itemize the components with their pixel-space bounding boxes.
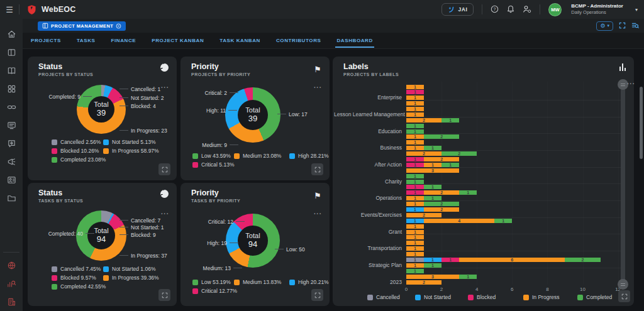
menu-toggle-icon[interactable]: ☰ — [0, 5, 19, 14]
bar-row: 12 — [406, 202, 459, 206]
legend-swatch — [103, 275, 109, 281]
divider — [482, 4, 482, 14]
sidebar-item-links[interactable] — [3, 98, 19, 116]
jai-sparkle-icon — [448, 6, 455, 13]
bar-segment-blocked: 1 — [406, 185, 424, 189]
sidebar-item-library[interactable] — [3, 62, 19, 80]
sidebar-item-contacts[interactable] — [3, 171, 19, 189]
legend-item-not-started[interactable]: Not Started — [415, 294, 451, 300]
legend-item-in-progress[interactable]: In Progress 58.97% — [103, 148, 159, 154]
avatar[interactable]: MW — [548, 3, 562, 16]
legend-item-medium[interactable]: Medium 23.08% — [234, 153, 289, 159]
legend-item-completed[interactable]: Completed 42.55% — [52, 283, 103, 290]
legend-label: Not Started — [424, 294, 451, 300]
sidebar-item-boards[interactable] — [3, 43, 19, 62]
more-options-button[interactable]: ··· — [627, 80, 635, 87]
expand-card-button[interactable] — [158, 289, 170, 301]
legend-label: Not Started 1.06% — [112, 266, 155, 272]
jai-button[interactable]: JAI — [441, 3, 474, 16]
notifications-bell-icon[interactable] — [507, 5, 514, 14]
more-options-button[interactable]: ··· — [161, 210, 169, 217]
pie-chart-icon[interactable] — [160, 63, 169, 72]
expand-card-button[interactable] — [158, 163, 170, 175]
legend-item-cancelled[interactable]: Cancelled 7.45% — [52, 266, 103, 272]
legend-swatch — [234, 280, 240, 285]
sidebar-item-apps[interactable] — [3, 80, 19, 98]
legend-item-critical[interactable]: Critical 12.77% — [192, 288, 234, 294]
sidebar-item-chat[interactable] — [3, 134, 19, 153]
search-list-icon[interactable] — [631, 22, 639, 30]
card-projects-by-labels: LabelsPROJECTS BY LABELS024681012111Ente… — [333, 57, 634, 306]
scroll-handle-bottom[interactable] — [618, 279, 628, 290]
user-block[interactable]: BCMP - Administrator Daily Operations — [571, 3, 623, 15]
legend-item-in-progress[interactable]: In Progress — [523, 294, 559, 300]
chip-close-icon[interactable] — [116, 23, 121, 29]
user-menu-caret-icon[interactable]: ▾ — [635, 7, 638, 13]
callout-leader-line — [83, 96, 92, 97]
legend-item-medium[interactable]: Medium 13.83% — [234, 279, 289, 285]
flag-icon[interactable]: ⚑ — [314, 63, 321, 75]
sidebar-item-display[interactable] — [3, 116, 19, 134]
legend-item-critical[interactable]: Critical 5.13% — [192, 161, 234, 168]
fullscreen-icon[interactable] — [619, 22, 626, 30]
flag-icon[interactable]: ⚑ — [314, 190, 321, 201]
tab-task-kanban[interactable]: TASK KANBAN — [219, 33, 260, 49]
legend-item-cancelled[interactable]: Cancelled — [367, 294, 400, 300]
legend-item-high[interactable]: High 28.21% — [289, 153, 329, 159]
pie-chart-icon[interactable] — [160, 190, 169, 198]
bar-segment-blocked: 1 — [406, 90, 424, 94]
expand-card-button[interactable] — [618, 290, 630, 302]
project-management-chip[interactable]: PROJECT MANAGEMENT — [38, 21, 126, 31]
tab-finance[interactable]: FINANCE — [111, 33, 136, 49]
legend-item-high[interactable]: High 20.21% — [289, 279, 329, 285]
legend-item-blocked[interactable]: Blocked 10.26% — [52, 148, 103, 154]
legend-item-completed[interactable]: Completed 23.08% — [52, 156, 103, 163]
bar-segment-in-progress: 4 — [424, 219, 494, 223]
category-label: Charity — [334, 178, 402, 185]
expand-card-button[interactable] — [311, 289, 323, 301]
sidebar-item-reports[interactable] — [3, 293, 19, 311]
tab-projects[interactable]: PROJECTS — [31, 33, 61, 49]
page-scrollbar-thumb[interactable] — [640, 87, 643, 159]
more-options-button[interactable]: ··· — [314, 210, 322, 217]
legend-item-low[interactable]: Low 53.19% — [192, 279, 234, 285]
more-options-button[interactable]: ··· — [161, 84, 169, 91]
bar-segment-in-progress: 1 — [406, 85, 424, 89]
expand-card-button[interactable] — [311, 163, 323, 175]
sidebar-item-home[interactable] — [3, 25, 19, 43]
legend-swatch — [103, 139, 109, 145]
sidebar-item-analytics[interactable] — [3, 275, 19, 293]
labels-scroll-track[interactable] — [621, 85, 625, 283]
legend-item-completed[interactable]: Completed — [577, 294, 612, 300]
help-icon[interactable]: ? — [491, 5, 499, 14]
slice-callout: Cancelled: 1 — [131, 86, 160, 92]
sidebar-item-announcements[interactable] — [3, 153, 19, 171]
legend-item-not-started[interactable]: Not Started 1.06% — [103, 266, 159, 272]
legend-swatch — [367, 295, 373, 300]
legend-item-not-started[interactable]: Not Started 5.13% — [103, 139, 159, 145]
legend-swatch — [523, 295, 529, 300]
bar-segment-completed: 2 — [565, 258, 600, 262]
bar-row: 1 — [406, 241, 424, 245]
sidebar-item-files[interactable] — [3, 189, 19, 207]
legend-item-cancelled[interactable]: Cancelled 2.56% — [52, 139, 103, 145]
group-separator — [406, 183, 623, 184]
card-projects-by-status: StatusPROJECTS BY STATUS···Total39Cancel… — [28, 57, 177, 180]
tab-project-kanban[interactable]: PROJECT KANBAN — [152, 33, 204, 49]
bar-segment-in-progress: 2 — [406, 118, 441, 123]
legend-item-in-progress[interactable]: In Progress 39.36% — [103, 275, 159, 281]
legend-item-low[interactable]: Low 43.59% — [192, 153, 234, 159]
bar-segment-blocked: 1 — [406, 190, 424, 195]
user-role: Daily Operations — [571, 9, 623, 15]
tab-dashboard[interactable]: DASHBOARD — [336, 33, 372, 49]
more-options-button[interactable]: ··· — [314, 84, 322, 91]
bar-segment-in-progress: 1 — [406, 252, 424, 256]
legend-item-blocked[interactable]: Blocked — [468, 294, 496, 300]
caret-down-icon: ▾ — [607, 23, 609, 28]
tab-contributors[interactable]: CONTRIBUTORS — [276, 33, 321, 49]
legend-item-blocked[interactable]: Blocked 9.57% — [52, 275, 103, 281]
user-settings-icon[interactable] — [523, 5, 531, 14]
sidebar-item-network[interactable] — [3, 256, 19, 275]
dashboard-settings-button[interactable]: ⚙▾ — [596, 21, 613, 31]
tab-tasks[interactable]: TASKS — [77, 33, 96, 49]
